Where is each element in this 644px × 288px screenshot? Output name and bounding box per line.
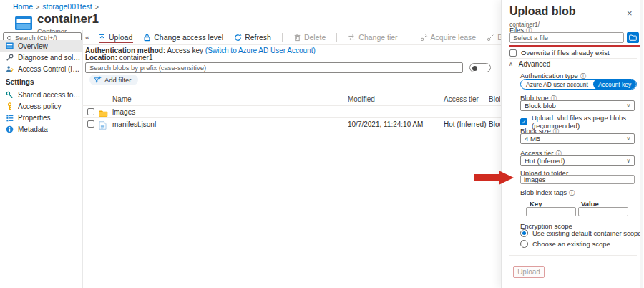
toolbar-divider (336, 33, 337, 42)
file-icon (99, 120, 107, 133)
blob-search-input[interactable]: Search blobs by prefix (case-sensitive) (85, 62, 463, 73)
toolbar-label: Acquire lease (431, 33, 477, 42)
blob-search-placeholder: Search blobs by prefix (case-sensitive) (89, 64, 206, 72)
panel-divider (509, 255, 637, 256)
lease-icon (420, 34, 428, 42)
advanced-label: Advanced (519, 60, 550, 68)
sidebar-item-access-control[interactable]: Access Control (IAM) (0, 63, 82, 75)
blob-name-link[interactable]: manifest.jsonl (112, 120, 156, 128)
encryption-option-default[interactable]: Use existing default container scope (520, 229, 642, 237)
table-row[interactable]: manifest.jsonl 10/7/2021, 11:24:10 AM Ho… (82, 118, 501, 130)
toolbar-label: Upload (109, 33, 132, 42)
change-tier-button[interactable]: Change tier (348, 33, 397, 42)
table-row[interactable]: images (82, 106, 501, 118)
auth-method-value: Access key (167, 47, 203, 54)
sidebar-item-shared-access-tokens[interactable]: Shared access tokens (0, 89, 82, 100)
encryption-option-existing[interactable]: Choose an existing scope (520, 240, 610, 248)
sidebar-item-diagnose[interactable]: Diagnose and solve problems (0, 52, 82, 63)
acquire-lease-button[interactable]: Acquire lease (420, 33, 477, 42)
chevron-down-icon: ∨ (626, 158, 630, 164)
row-checkbox[interactable] (87, 120, 94, 128)
sidebar-item-label: Access Control (IAM) (18, 65, 82, 73)
breadcrumb-storage-link[interactable]: storage001test (42, 2, 92, 11)
block-size-select[interactable]: 4 MB ∨ (520, 133, 635, 144)
browse-folder-icon (629, 34, 637, 41)
vhd-checkbox[interactable]: ✓ (520, 118, 527, 125)
radio-selected[interactable] (520, 229, 528, 237)
toolbar-label: Refresh (245, 33, 271, 42)
cell-blob-type: Block blob (489, 120, 500, 128)
blob-index-tags-label: Blob index tagsⓘ (520, 188, 575, 197)
sidebar-item-overview[interactable]: Overview (0, 40, 82, 52)
container-icon (14, 16, 33, 34)
panel-upload-button[interactable]: Upload (513, 266, 545, 278)
column-header-access-tier[interactable]: Access tier (444, 95, 479, 103)
close-icon[interactable]: × (627, 8, 633, 19)
sidebar-item-metadata[interactable]: Metadata (0, 123, 82, 135)
file-select-input[interactable] (509, 32, 624, 43)
toolbar-label: Delete (304, 33, 326, 42)
show-deleted-blobs-toggle[interactable] (469, 63, 491, 72)
break-lease-icon (487, 34, 494, 42)
lock-icon (143, 34, 151, 42)
annotation-upload-underline (99, 42, 133, 43)
people-key-icon (6, 65, 14, 73)
upload-button[interactable]: Upload (98, 33, 132, 42)
add-filter-label: Add filter (104, 76, 132, 84)
cell-modified: 10/7/2021, 11:24:10 AM (348, 120, 423, 128)
info-tooltip-icon[interactable]: ⓘ (569, 190, 575, 196)
toggle-knob (472, 66, 477, 71)
blob-type-value: Block blob (525, 102, 556, 110)
cell-access-tier: Hot (Inferred) (444, 120, 486, 128)
context-menu-button[interactable]: … (79, 14, 88, 24)
auth-option-account-key[interactable]: Account key (593, 79, 636, 90)
refresh-button[interactable]: Refresh (234, 33, 271, 42)
sidebar-section-settings: Settings (0, 75, 82, 89)
browse-files-button[interactable] (627, 32, 639, 43)
breadcrumb-separator: > (95, 4, 99, 11)
blob-type-select[interactable]: Block blob ∨ (520, 100, 635, 111)
column-header-name[interactable]: Name (112, 95, 132, 103)
blob-name-link[interactable]: images (112, 108, 135, 116)
tag-value-input[interactable] (578, 207, 628, 216)
row-checkbox[interactable] (87, 108, 94, 115)
upload-to-folder-input[interactable] (520, 175, 635, 184)
sidebar-nav: Overview Diagnose and solve problems Acc… (0, 40, 82, 135)
change-access-level-button[interactable]: Change access level (143, 33, 223, 42)
overwrite-checkbox-row[interactable]: Overwrite if files already exist (509, 49, 610, 57)
toolbar-label: Change access level (154, 33, 223, 42)
overwrite-checkbox[interactable] (509, 49, 517, 57)
properties-list-icon (6, 114, 14, 122)
sidebar-item-access-policy[interactable]: Access policy (0, 100, 82, 112)
sidebar-item-label: Properties (18, 114, 51, 122)
breadcrumb-home-link[interactable]: Home (13, 2, 33, 11)
switch-auth-link[interactable]: (Switch to Azure AD User Account) (205, 47, 316, 54)
location-value: container1 (119, 54, 153, 62)
block-size-value: 4 MB (525, 135, 540, 143)
annotation-files-underline (509, 45, 640, 47)
panel-scrollbar[interactable] (640, 0, 643, 288)
blob-index-tags-label-text: Blob index tags (520, 188, 567, 196)
sidebar-item-label: Access policy (18, 102, 62, 110)
panel-divider (509, 58, 637, 59)
column-header-blob-type[interactable]: Blob type (489, 95, 500, 103)
advanced-section-toggle[interactable]: ∧ Advanced (509, 60, 550, 68)
toolbar-bottom-divider (82, 44, 501, 45)
info-icon (6, 125, 14, 133)
swap-arrows-icon (348, 34, 356, 42)
auth-option-aad[interactable]: Azure AD user account (521, 79, 593, 90)
sidebar-item-label: Shared access tokens (18, 91, 82, 99)
add-filter-button[interactable]: Add filter (89, 75, 138, 85)
column-header-modified[interactable]: Modified (348, 95, 375, 103)
delete-button[interactable]: Delete (293, 33, 326, 42)
annotation-arrow (474, 174, 499, 181)
radio-unselected[interactable] (520, 240, 528, 248)
tag-key-input[interactable] (526, 207, 576, 216)
location-label: Location: (85, 54, 117, 62)
access-tier-value: Hot (Inferred) (525, 157, 565, 165)
sidebar-item-properties[interactable]: Properties (0, 112, 82, 123)
page-title: container1 (37, 12, 99, 27)
access-tier-select[interactable]: Hot (Inferred) ∨ (520, 155, 635, 166)
encryption-option-label: Choose an existing scope (532, 240, 610, 248)
sidebar-collapse-button[interactable]: « (85, 33, 89, 42)
